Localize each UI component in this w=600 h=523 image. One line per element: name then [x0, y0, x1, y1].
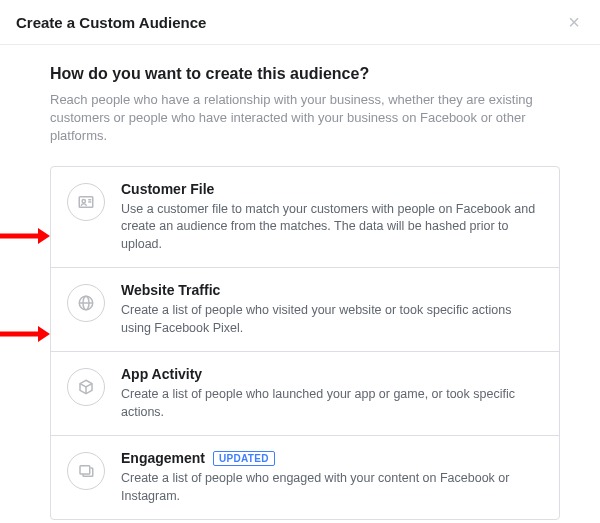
stacked-cards-icon [67, 452, 105, 490]
option-engagement[interactable]: Engagement UPDATED Create a list of peop… [51, 436, 559, 519]
globe-icon [67, 284, 105, 322]
option-website-traffic[interactable]: Website Traffic Create a list of people … [51, 268, 559, 352]
svg-marker-1 [38, 228, 50, 244]
option-app-activity[interactable]: App Activity Create a list of people who… [51, 352, 559, 436]
svg-point-5 [82, 199, 85, 202]
option-desc: Create a list of people who engaged with… [121, 470, 543, 505]
annotation-arrow [0, 325, 50, 343]
option-title: Customer File [121, 181, 214, 197]
option-desc: Create a list of people who visited your… [121, 302, 543, 337]
svg-rect-12 [80, 466, 90, 474]
modal-header: Create a Custom Audience × [0, 0, 600, 45]
option-title: App Activity [121, 366, 202, 382]
option-desc: Use a customer file to match your custom… [121, 201, 543, 254]
option-customer-file[interactable]: Customer File Use a customer file to mat… [51, 167, 559, 269]
option-title: Engagement [121, 450, 205, 466]
question-subtext: Reach people who have a relationship wit… [50, 91, 560, 146]
option-content: Customer File Use a customer file to mat… [121, 181, 543, 254]
cube-icon [67, 368, 105, 406]
option-content: Engagement UPDATED Create a list of peop… [121, 450, 543, 505]
option-content: App Activity Create a list of people who… [121, 366, 543, 421]
option-list: Customer File Use a customer file to mat… [50, 166, 560, 521]
svg-marker-3 [38, 326, 50, 342]
question-heading: How do you want to create this audience? [50, 65, 560, 83]
option-content: Website Traffic Create a list of people … [121, 282, 543, 337]
updated-badge: UPDATED [213, 451, 275, 466]
annotation-arrow [0, 227, 50, 245]
close-icon: × [568, 11, 580, 33]
option-title: Website Traffic [121, 282, 220, 298]
contact-card-icon [67, 183, 105, 221]
modal-title: Create a Custom Audience [16, 14, 206, 31]
close-button[interactable]: × [564, 12, 584, 32]
modal-body: How do you want to create this audience?… [0, 45, 600, 523]
option-desc: Create a list of people who launched you… [121, 386, 543, 421]
